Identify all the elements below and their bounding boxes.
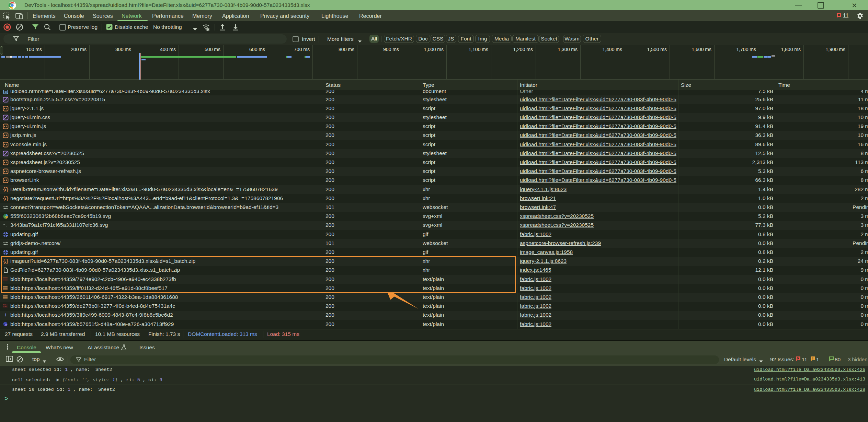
svg-text:}: }	[6, 196, 9, 201]
svg-text:}: }	[6, 187, 9, 192]
svg-text:{: {	[3, 196, 5, 201]
svg-text:{: {	[3, 187, 5, 192]
